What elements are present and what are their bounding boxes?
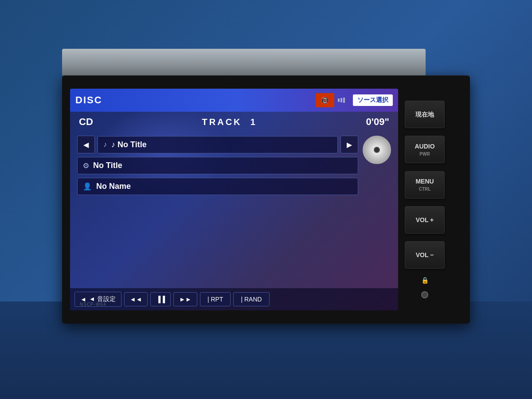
lock-icon: 🔒: [421, 277, 429, 284]
prev-button[interactable]: ◀: [77, 136, 95, 153]
info-section: ◀ ♪ ♪ No Title ▶ ⊙ No Title: [70, 132, 398, 288]
header-icons: 📵 ソース選択: [316, 93, 393, 107]
artist-name-text: No Name: [96, 182, 131, 191]
artist-name-row[interactable]: 👤 No Name: [77, 178, 358, 195]
disc-icon: ⊙: [83, 161, 89, 170]
audio-pwr-button[interactable]: AUDIO PWR: [405, 136, 445, 163]
pause-button[interactable]: ▐▐: [150, 292, 171, 306]
battery-bar-3: [343, 98, 345, 103]
right-button-panel: 現在地 AUDIO PWR MENU CTRL VOL + VOL − 🔒: [398, 93, 451, 306]
menu-ctrl-button[interactable]: MENU CTRL: [405, 171, 445, 199]
pause-icon: ▐▐: [156, 296, 165, 303]
next-button[interactable]: ▶: [340, 136, 358, 153]
vol-up-button[interactable]: VOL +: [405, 206, 445, 234]
album-title-text: No Title: [93, 161, 122, 170]
fast-forward-icon: ►►: [179, 296, 192, 303]
phone-slash-icon: 📵: [321, 96, 329, 105]
phone-icon: 📵: [316, 93, 334, 107]
repeat-icon: | RPT: [207, 296, 223, 303]
current-location-button[interactable]: 現在地: [405, 101, 445, 128]
random-icon: | RAND: [241, 296, 262, 303]
top-metal-strip: [62, 49, 426, 75]
control-bar: ◄ ◄ 音設定 ◄◄ ▐▐ ►► | RPT: [70, 288, 398, 310]
format-label: CD: [79, 116, 93, 128]
car-audio-unit: DISC 📵 ソース選択: [62, 75, 470, 324]
vol-down-button[interactable]: VOL −: [405, 241, 445, 269]
repeat-button[interactable]: | RPT: [200, 292, 231, 306]
headphone-jack: [421, 291, 428, 298]
music-icon: ♪: [103, 141, 107, 149]
person-icon: 👤: [83, 182, 92, 191]
disc-graphic: [363, 136, 391, 164]
header-bar: DISC 📵 ソース選択: [70, 89, 398, 112]
rewind-icon: ◄◄: [130, 296, 142, 303]
model-label: NSCP-W64: [80, 302, 106, 307]
album-title-row[interactable]: ⊙ No Title: [77, 157, 358, 174]
battery-bar-2: [340, 98, 342, 102]
fast-forward-button[interactable]: ►►: [173, 292, 197, 306]
track-info-bar: CD TRACK 1 0'09": [70, 112, 398, 132]
main-screen: DISC 📵 ソース選択: [70, 89, 398, 310]
screen-bezel: DISC 📵 ソース選択: [70, 89, 398, 310]
random-button[interactable]: | RAND: [233, 292, 269, 306]
rewind-button[interactable]: ◄◄: [124, 292, 148, 306]
track-title-row[interactable]: ♪ ♪ No Title: [98, 136, 338, 153]
track-label: TRACK 1: [202, 117, 257, 127]
track-time: 0'09": [366, 116, 389, 128]
disc-center: [374, 147, 380, 153]
source-select-button[interactable]: ソース選択: [353, 94, 393, 106]
info-left: ◀ ♪ ♪ No Title ▶ ⊙ No Title: [77, 136, 358, 285]
title-row-wrapper: ◀ ♪ ♪ No Title ▶: [77, 136, 358, 153]
source-title: DISC: [75, 94, 316, 106]
battery-icon: [338, 98, 345, 103]
track-title-text: ♪ No Title: [111, 140, 147, 149]
battery-bar-1: [338, 98, 340, 102]
